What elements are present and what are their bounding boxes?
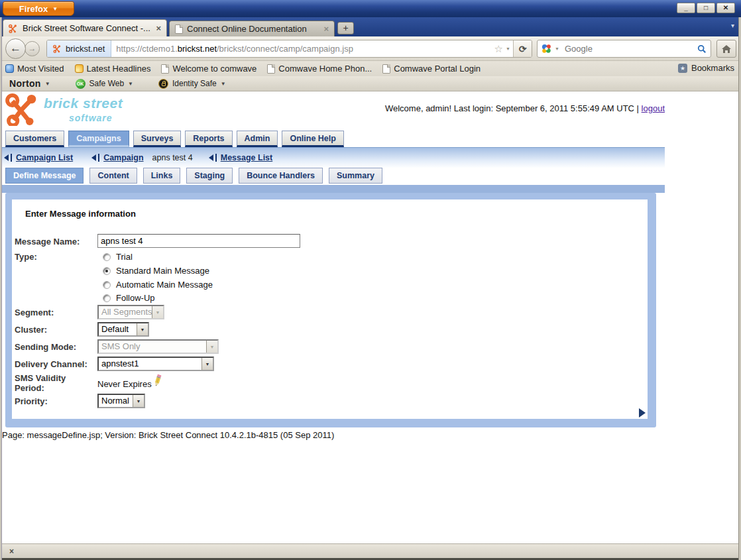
logo-text-brick-street: brick street (44, 95, 123, 111)
tab-admin[interactable]: Admin (237, 131, 278, 147)
url-bar-actions: ☆ ▼ ⟳ (492, 40, 532, 57)
breadcrumb-link[interactable]: Message List (221, 153, 273, 162)
bookmarks-star-icon: ★ (678, 64, 687, 73)
logout-link[interactable]: logout (642, 103, 665, 113)
type-label: Type: (15, 252, 93, 262)
segment-select: All Segments ▼ (97, 305, 164, 319)
tab-close-icon[interactable]: × (156, 25, 161, 32)
tab-links[interactable]: Links (143, 168, 181, 184)
chevron-down-icon[interactable]: ▼ (133, 395, 144, 407)
chevron-down-icon: ▼ (45, 81, 50, 87)
browser-tab-inactive[interactable]: Connect Online Documentation × (169, 21, 335, 36)
bookmark-star-icon[interactable]: ☆ (492, 43, 505, 55)
search-icon[interactable] (697, 44, 707, 54)
breadcrumb-campaign-list[interactable]: Campaign List (4, 153, 73, 162)
reload-button[interactable]: ⟳ (513, 40, 532, 57)
forward-button[interactable]: → (25, 41, 40, 56)
addon-bar-close-icon[interactable]: × (9, 547, 14, 556)
sub-nav-underline-bar (0, 185, 665, 193)
search-input[interactable] (565, 44, 695, 54)
breadcrumb-link[interactable]: Campaign List (16, 153, 73, 162)
tab-reports[interactable]: Reports (185, 131, 232, 147)
page-version-footer: Page: messageDefine.jsp; Version: Brick … (2, 430, 334, 440)
bookmark-label: Most Visited (17, 64, 64, 74)
chevron-down-icon[interactable]: ▼ (554, 46, 562, 51)
home-icon (721, 44, 732, 54)
radio-trial[interactable]: Trial (103, 252, 133, 262)
delivery-channel-label: Delivery Channel: (15, 359, 93, 369)
radio-standard-main-message[interactable]: Standard Main Message (103, 266, 209, 276)
breadcrumb-message-list[interactable]: Message List (209, 153, 273, 162)
tab-content[interactable]: Content (89, 168, 137, 184)
minimize-button[interactable]: _ (677, 3, 695, 13)
radio-icon[interactable] (103, 294, 111, 302)
search-box[interactable]: ▼ (537, 40, 711, 58)
breadcrumb-campaign[interactable]: Campaign (91, 153, 143, 162)
bookmark-welcome-comwave[interactable]: Welcome to comwave (161, 64, 256, 74)
safe-web-label: Safe Web (89, 79, 124, 88)
norton-identity-safe-menu[interactable]: Identity Safe ▼ (158, 79, 226, 89)
tab-bounce-handlers[interactable]: Bounce Handlers (239, 168, 323, 184)
radio-selected-icon[interactable] (103, 267, 111, 275)
page-icon (267, 64, 275, 74)
url-text[interactable]: https://ctdemo1.brickst.net/brickst/conn… (111, 40, 353, 57)
tab-define-message[interactable]: Define Message (5, 168, 84, 184)
tab-online-help[interactable]: Online Help (282, 131, 343, 147)
bookmark-most-visited[interactable]: Most Visited (5, 64, 64, 74)
next-page-arrow-icon[interactable] (639, 408, 646, 418)
page-icon (382, 64, 390, 74)
radio-follow-up[interactable]: Follow-Up (103, 293, 155, 303)
rss-icon (75, 64, 84, 73)
bookmark-comwave-home[interactable]: Comwave Home Phon... (267, 64, 372, 74)
message-name-input[interactable] (97, 234, 300, 248)
home-button[interactable] (716, 40, 736, 58)
page-icon (175, 25, 183, 34)
back-arrow-icon (4, 154, 9, 161)
tab-customers[interactable]: Customers (5, 131, 64, 147)
cluster-select[interactable]: Default ▼ (97, 322, 149, 337)
norton-menu[interactable]: Norton ▼ (9, 78, 50, 89)
bookmark-label: Comwave Home Phon... (278, 64, 372, 74)
bookmark-label: Latest Headlines (87, 64, 151, 74)
window-border-left (0, 17, 2, 560)
tab-surveys[interactable]: Surveys (133, 131, 182, 147)
norton-safe-web-menu[interactable]: OK Safe Web ▼ (76, 79, 133, 89)
window-controls: _ □ ✕ (677, 3, 735, 13)
brickst-favicon (53, 44, 62, 53)
bookmarks-menu-button[interactable]: ★ Bookmarks (678, 63, 734, 73)
norton-toolbar: Norton ▼ OK Safe Web ▼ Identity Safe ▼ (0, 76, 741, 91)
bookmark-comwave-portal[interactable]: Comwave Portal Login (382, 64, 481, 74)
chevron-down-icon[interactable]: ▼ (201, 358, 213, 370)
logo-text-software: software (69, 113, 113, 123)
tab-campaigns[interactable]: Campaigns (68, 131, 129, 147)
url-domain: brickst.net (178, 44, 217, 54)
site-identity-chip[interactable]: brickst.net (47, 40, 111, 57)
tab-summary[interactable]: Summary (329, 168, 382, 184)
new-tab-button[interactable]: + (337, 22, 354, 34)
radio-automatic-main-message[interactable]: Automatic Main Message (103, 280, 213, 290)
bookmark-latest-headlines[interactable]: Latest Headlines (75, 64, 151, 74)
main-navigation: Customers Campaigns Surveys Reports Admi… (5, 131, 344, 147)
breadcrumb-link[interactable]: Campaign (103, 153, 143, 162)
maximize-button[interactable]: □ (697, 3, 715, 13)
radio-icon[interactable] (103, 281, 111, 289)
tab-staging[interactable]: Staging (186, 168, 233, 184)
firefox-menu-button[interactable]: Firefox ▼ (3, 1, 74, 16)
norton-logo: Norton (9, 78, 41, 89)
welcome-message: Welcome, admin! Last login: September 6,… (385, 103, 665, 113)
lock-icon (158, 79, 168, 89)
close-button[interactable]: ✕ (716, 3, 735, 13)
bookmark-label: Welcome to comwave (172, 64, 256, 74)
radio-icon[interactable] (103, 253, 111, 261)
priority-select[interactable]: Normal ▼ (97, 394, 145, 408)
arrow-bar-icon (11, 154, 12, 162)
browser-tab-active[interactable]: Brick Street Software Connect -... × (3, 19, 167, 36)
chevron-down-icon[interactable]: ▼ (505, 46, 513, 51)
list-all-tabs-icon[interactable]: ▾ (731, 22, 734, 29)
delivery-channel-select[interactable]: apnstest1 ▼ (97, 357, 214, 371)
tab-title: Connect Online Documentation (187, 24, 319, 34)
chevron-down-icon[interactable]: ▼ (137, 323, 148, 335)
back-button[interactable]: ← (5, 38, 26, 59)
url-bar[interactable]: brickst.net https://ctdemo1.brickst.net/… (46, 40, 532, 58)
tab-close-icon[interactable]: × (323, 26, 329, 32)
